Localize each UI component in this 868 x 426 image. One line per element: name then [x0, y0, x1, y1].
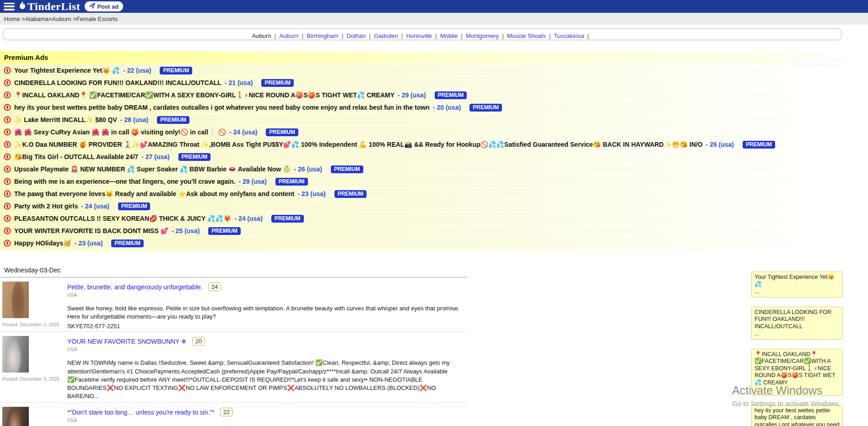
premium-ad-title[interactable]: ✨ Lake Merritt INCALL✨ $80 QV: [14, 116, 117, 123]
premium-ad-row[interactable]: Happy HOlidays🥳 - 23 (usa) PREMIUM: [0, 238, 844, 249]
premium-ad-row[interactable]: Being with me is an experience—one that …: [0, 176, 844, 187]
premium-ads-list: Your Tightest Experience Yet😼 💦 - 22 (us…: [0, 65, 844, 249]
premium-badge: PREMIUM: [178, 153, 211, 161]
premium-ad-row[interactable]: ✨K.O Daa NUMBER 🍯 PROVIDER 🧎✨💕AMAZING Th…: [0, 139, 844, 150]
premium-ad-title[interactable]: CINDERELLA LOOKING FOR FUN!!! OAKLAND!!!…: [14, 79, 221, 86]
sidebar-ad-title[interactable]: CINDERELLA LOOKING FOR FUN!!! OAKLAND!!!…: [755, 309, 840, 330]
premium-ad-row[interactable]: hey its your best wettes petite baby DRE…: [0, 102, 844, 113]
sidebar-ad-box[interactable]: Your Tightest Experience Yet😼 💦 ...: [751, 272, 843, 298]
sidebar-ad-ellipsis: ...: [755, 330, 840, 338]
premium-ad-age: - 29 (usa): [398, 91, 426, 99]
listing-age-badge: 24: [208, 282, 221, 291]
sidebar-ad-box[interactable]: 📍INCALL OAKLAND📍✅FACETIME/CAR✅WITH A SEX…: [751, 349, 843, 396]
premium-ad-title[interactable]: Your Tightest Experience Yet😼 💦: [14, 67, 120, 74]
premium-badge: PREMIUM: [435, 91, 467, 99]
premium-ad-title[interactable]: hey its your best wettes petite baby DRE…: [14, 104, 430, 111]
premium-ad-row[interactable]: ✨ Lake Merritt INCALL✨ $80 QV - 28 (usa)…: [0, 114, 844, 125]
premium-ad-row[interactable]: Party with 2 Hot girls - 24 (usa) PREMIU…: [0, 201, 844, 212]
premium-ad-row[interactable]: 📍INCALL OAKLAND📍 ✅FACETIME/CAR✅WITH A SE…: [0, 90, 844, 101]
sidebar-ad-box[interactable]: CINDERELLA LOOKING FOR FUN!!! OAKLAND!!!…: [751, 307, 843, 340]
sidebar-ad-box[interactable]: hey its your best wettes petite baby DRE…: [751, 405, 843, 426]
premium-ads-section: Premium Ads Your Tightest Experience Yet…: [0, 51, 844, 251]
city-link[interactable]: Huntsville: [406, 32, 440, 39]
listing-row[interactable]: Posted: December 3, 2025 Petite, brunett…: [0, 277, 468, 332]
city-link[interactable]: Auburn: [279, 32, 307, 39]
city-link[interactable]: Gadsden: [374, 32, 406, 39]
listing-row[interactable]: Posted: December 3, 2025 YOUR NEW FAVORI…: [0, 332, 468, 403]
premium-ad-age: - 24 (usa): [234, 215, 262, 222]
menu-icon[interactable]: [4, 3, 15, 11]
listing-title-link[interactable]: Petite, brunette, and dangerously unforg…: [67, 283, 203, 291]
premium-badge: PREMIUM: [275, 178, 308, 186]
sidebar-ad-title[interactable]: hey its your best wettes petite baby DRE…: [755, 407, 840, 426]
premium-sidebar: Your Tightest Experience Yet😼 💦 ... CIND…: [751, 272, 843, 426]
sidebar-ad-ellipsis: ...: [755, 288, 840, 296]
premium-ad-title[interactable]: ✨K.O Daa NUMBER 🍯 PROVIDER 🧎✨💕AMAZING Th…: [14, 141, 703, 148]
bump-up-icon: [4, 116, 11, 123]
premium-ads-header: Premium Ads: [0, 51, 844, 64]
premium-ad-row[interactable]: YOUR WINTER FAVORITE IS BACK DONT MISS 💕…: [0, 225, 844, 236]
city-link[interactable]: Mobile: [440, 32, 466, 39]
premium-ad-row[interactable]: 🌺 🌺 Sexy CuRvy Asian 🌺 🌺 in call 🍑 visit…: [0, 127, 844, 138]
premium-ad-row[interactable]: The pawg that everyone loves😼 Ready and …: [0, 188, 844, 199]
bump-up-icon: [4, 202, 11, 210]
breadcrumb[interactable]: Home >Alabama>Auburn >Female Escorts: [0, 13, 868, 25]
listing-posted-date: Posted: December 3, 2025: [2, 376, 59, 382]
premium-ad-row[interactable]: CINDERELLA LOOKING FOR FUN!!! OAKLAND!!!…: [0, 77, 844, 88]
bump-up-icon: [4, 165, 11, 173]
premium-ad-age: - 23 (usa): [75, 240, 102, 247]
flame-icon: [18, 0, 27, 13]
listings-list: Posted: December 3, 2025 Petite, brunett…: [0, 277, 468, 426]
listing-thumbnail[interactable]: [2, 407, 29, 426]
premium-ad-row[interactable]: Upscale Playmate 🚨 NEW NUMBER 💦 Super So…: [0, 164, 844, 175]
premium-ad-title[interactable]: Party with 2 Hot girls: [14, 202, 78, 210]
top-navbar: TinderList Post ad: [0, 0, 868, 13]
city-link[interactable]: Auburn: [252, 32, 280, 39]
city-link[interactable]: Dothan: [346, 32, 374, 39]
sidebar-ad-title[interactable]: Your Tightest Experience Yet😼 💦: [755, 274, 840, 288]
bump-up-icon: [4, 104, 11, 111]
city-link[interactable]: Tuscaloosa: [554, 32, 592, 39]
city-link[interactable]: Montgomery: [466, 32, 507, 39]
listing-thumbnail[interactable]: [2, 336, 29, 373]
date-header: Wednesday-03-Dec: [0, 264, 468, 277]
premium-ad-age: - 20 (usa): [433, 104, 461, 111]
premium-ad-title[interactable]: 🌺 🌺 Sexy CuRvy Asian 🌺 🌺 in call 🍑 visit…: [14, 128, 226, 136]
premium-ad-title[interactable]: 😘Big Tits Girl - OUTCALL Available 24/7: [14, 153, 138, 160]
bump-up-icon: [4, 91, 11, 99]
premium-badge: PREMIUM: [160, 67, 192, 75]
listing-description: Sweet like honey, bold like espresso. Pe…: [67, 304, 461, 321]
listing-row[interactable]: Posted: December 3, 2025 *"Don't stare t…: [0, 403, 468, 426]
site-title: TinderList: [27, 0, 80, 13]
city-link[interactable]: Birmingham: [307, 32, 346, 39]
bump-up-icon: [4, 79, 11, 86]
premium-ad-age: - 22 (usa): [123, 67, 151, 74]
premium-ad-age: - 26 (usa): [706, 141, 734, 148]
bump-up-icon: [4, 240, 11, 247]
city-link[interactable]: Muscle Shoals: [507, 32, 554, 39]
premium-ad-title[interactable]: PLEASANTON OUTCALLS !! SEXY KOREAN💋 THIC…: [14, 215, 231, 222]
premium-ad-row[interactable]: PLEASANTON OUTCALLS !! SEXY KOREAN💋 THIC…: [0, 213, 844, 224]
premium-badge: PREMIUM: [157, 116, 189, 124]
listing-title-link[interactable]: YOUR NEW FAVORITE SNOWBUNNY ❄: [67, 338, 187, 345]
site-logo[interactable]: TinderList: [18, 0, 80, 13]
premium-ad-row[interactable]: Your Tightest Experience Yet😼 💦 - 22 (us…: [0, 65, 844, 76]
premium-ad-title[interactable]: The pawg that everyone loves😼 Ready and …: [14, 190, 294, 197]
sidebar-ad-title[interactable]: 📍INCALL OAKLAND📍✅FACETIME/CAR✅WITH A SEX…: [755, 351, 840, 387]
premium-ad-title[interactable]: Happy HOlidays🥳: [14, 240, 71, 247]
post-ad-button[interactable]: Post ad: [85, 1, 123, 11]
listing-thumbnail[interactable]: [2, 282, 29, 318]
premium-badge: PREMIUM: [271, 215, 304, 223]
premium-ad-row[interactable]: 😘Big Tits Girl - OUTCALL Available 24/7 …: [0, 151, 844, 162]
premium-ad-title[interactable]: 📍INCALL OAKLAND📍 ✅FACETIME/CAR✅WITH A SE…: [14, 91, 394, 99]
bump-up-icon: [4, 67, 11, 74]
premium-ad-age: - 24 (usa): [229, 128, 257, 136]
listing-title-link[interactable]: *"Don't stare too long… unless you're re…: [67, 409, 215, 416]
premium-ad-title[interactable]: Being with me is an experience—one that …: [14, 178, 235, 185]
listing-posted-date: Posted: December 3, 2025: [2, 322, 59, 327]
bump-up-icon: [4, 190, 11, 197]
premium-ad-title[interactable]: Upscale Playmate 🚨 NEW NUMBER 💦 Super So…: [14, 165, 291, 173]
premium-badge: PREMIUM: [743, 141, 775, 149]
paper-plane-icon: [89, 3, 95, 10]
premium-ad-title[interactable]: YOUR WINTER FAVORITE IS BACK DONT MISS 💕: [14, 227, 168, 234]
